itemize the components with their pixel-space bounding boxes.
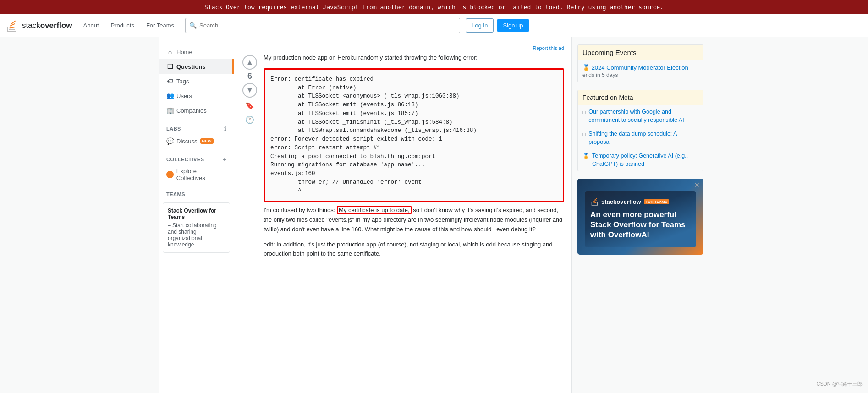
event-title: 2024 Community Moderator Election [592, 64, 688, 71]
ad-for-teams-badge: FOR TEAMS [644, 199, 669, 204]
question-wrapper: ▲ 6 ▼ 🔖 🕐 My production node app on Hero… [242, 53, 564, 264]
upvote-button[interactable]: ▲ [242, 55, 257, 70]
code-block: Error: certificate has expired at Error … [264, 68, 564, 202]
body-paragraph: I'm confused by two things: My certifica… [264, 206, 564, 234]
event-item: 🏅 2024 Community Moderator Election ends… [578, 60, 703, 82]
collectives-section-title: COLLECTIVES [166, 157, 204, 162]
vote-column: ▲ 6 ▼ 🔖 🕐 [242, 53, 258, 264]
site-logo[interactable]: stackoverflow [5, 19, 72, 33]
sidebar-item-tags-label: Tags [176, 78, 189, 85]
nav-products[interactable]: Products [105, 18, 140, 33]
sidebar-item-home-label: Home [176, 49, 192, 55]
retry-link[interactable]: Retry using another source. [567, 4, 664, 11]
meta-link-0[interactable]: Our partnership with Google and commitme… [588, 108, 698, 124]
meta-link-1[interactable]: Shifting the data dump schedule: A propo… [588, 130, 698, 146]
highlighted-phrase: My certificate is up to date, [337, 206, 412, 214]
users-icon: 👥 [166, 92, 174, 99]
ad-heading: An even more powerful Stack Overflow for… [590, 210, 691, 240]
search-input[interactable] [199, 22, 456, 29]
search-icon: 🔍 [189, 22, 197, 29]
ad-logo: stackoverflow FOR TEAMS [590, 197, 691, 206]
main-layout: ⌂ Home ❏ Questions 🏷 Tags 👥 Users 🏢 Comp… [159, 37, 709, 393]
teams-block: Stack Overflow for Teams – Start collabo… [163, 202, 230, 253]
upcoming-events-title: Upcoming Events [578, 45, 703, 60]
ad-logo-text: stackoverflow [601, 198, 641, 205]
warning-text: Stack Overflow requires external JavaScr… [204, 4, 563, 11]
tags-icon: 🏷 [166, 77, 174, 85]
sidebar-item-users-label: Users [176, 93, 192, 99]
upcoming-events-content: 🏅 2024 Community Moderator Election ends… [578, 60, 703, 82]
meta-icon-2: 🏅 [582, 153, 589, 159]
watermark: CSDN @写路十三郎 [817, 381, 863, 388]
sidebar-item-users[interactable]: 👥 Users [159, 88, 234, 103]
discuss-new-badge: NEW [200, 138, 214, 144]
home-icon: ⌂ [166, 48, 174, 55]
intro-text: My production node app on Heroku randoml… [264, 53, 564, 63]
header-actions: Log in Sign up [466, 18, 529, 33]
collectives-add-button[interactable]: + [223, 156, 226, 163]
sidebar-item-companies-label: Companies [176, 107, 207, 114]
ad-close-button[interactable]: ✕ [694, 181, 700, 189]
vote-count: 6 [247, 71, 252, 81]
sidebar-item-questions[interactable]: ❏ Questions [159, 59, 234, 74]
featured-meta-widget: Featured on Meta □ Our partnership with … [577, 90, 703, 171]
event-link[interactable]: 🏅 2024 Community Moderator Election [582, 64, 698, 71]
ad-logo-icon [590, 197, 599, 206]
sidebar-item-tags[interactable]: 🏷 Tags [159, 74, 234, 88]
main-content: Report this ad ▲ 6 ▼ 🔖 🕐 My production n… [234, 37, 571, 393]
login-button[interactable]: Log in [466, 18, 494, 33]
warning-bar: Stack Overflow requires external JavaScr… [0, 0, 868, 14]
search-bar[interactable]: 🔍 [185, 18, 460, 33]
left-sidebar: ⌂ Home ❏ Questions 🏷 Tags 👥 Users 🏢 Comp… [159, 37, 234, 393]
sidebar-item-discuss[interactable]: 💬 Discuss NEW [159, 134, 234, 148]
nav-about[interactable]: About [78, 18, 104, 33]
featured-meta-content: □ Our partnership with Google and commit… [578, 105, 703, 171]
teams-section-title: TEAMS [159, 184, 234, 199]
event-icon: 🏅 [582, 64, 590, 71]
upcoming-events-widget: Upcoming Events 🏅 2024 Community Moderat… [577, 44, 703, 82]
advertisement-block: stackoverflow FOR TEAMS An even more pow… [577, 179, 703, 255]
event-days: ends in 5 days [582, 72, 698, 78]
sidebar-item-questions-label: Questions [176, 63, 206, 70]
meta-item-2: 🏅 Temporary policy: Generative AI (e.g.,… [578, 149, 703, 171]
meta-item-1: □ Shifting the data dump schedule: A pro… [578, 127, 703, 149]
bookmark-button[interactable]: 🔖 [243, 99, 256, 112]
teams-block-description: – Start collaborating and sharing organi… [168, 222, 225, 248]
main-nav: About Products For Teams [78, 18, 180, 33]
explore-collectives-label: Explore Collectives [176, 168, 226, 181]
meta-icon-1: □ [582, 131, 586, 137]
meta-item-0: □ Our partnership with Google and commit… [578, 105, 703, 127]
body-text-before: I'm confused by two things: [264, 207, 337, 213]
site-header: stackoverflow About Products For Teams 🔍… [0, 14, 868, 37]
teams-block-title: Stack Overflow for Teams [168, 207, 225, 220]
companies-icon: 🏢 [166, 107, 174, 114]
svg-rect-0 [9, 29, 15, 30]
post-body: My production node app on Heroku randoml… [264, 53, 564, 264]
meta-icon-0: □ [582, 109, 586, 115]
signup-button[interactable]: Sign up [497, 19, 528, 32]
sidebar-discuss-label: Discuss [176, 138, 198, 145]
collective-icon [166, 171, 174, 178]
logo-text: stackoverflow [22, 21, 72, 30]
labs-info-icon[interactable]: ℹ [224, 125, 226, 132]
logo-icon [5, 19, 19, 33]
nav-for-teams[interactable]: For Teams [141, 18, 180, 33]
right-sidebar: Upcoming Events 🏅 2024 Community Moderat… [571, 37, 709, 393]
discuss-icon: 💬 [166, 137, 174, 145]
labs-section-title: LABS [166, 126, 181, 131]
downvote-button[interactable]: ▼ [242, 83, 257, 98]
questions-icon: ❏ [166, 63, 174, 70]
sidebar-item-home[interactable]: ⌂ Home [159, 44, 234, 59]
featured-meta-title: Featured on Meta [578, 90, 703, 105]
sidebar-item-explore-collectives[interactable]: Explore Collectives [159, 165, 234, 184]
meta-link-2[interactable]: Temporary policy: Generative AI (e.g., C… [592, 152, 698, 168]
history-button[interactable]: 🕐 [243, 114, 256, 126]
sidebar-item-companies[interactable]: 🏢 Companies [159, 103, 234, 118]
report-ad-link[interactable]: Report this ad [533, 45, 564, 51]
edit-note: edit: In addition, it's just the product… [264, 240, 564, 259]
